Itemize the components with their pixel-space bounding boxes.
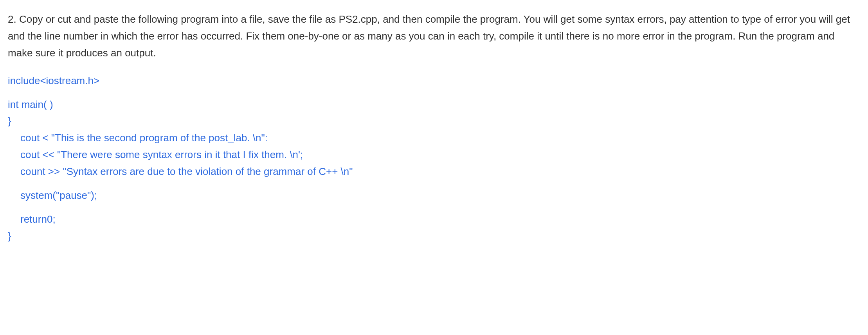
instruction-paragraph: 2. Copy or cut and paste the following p… <box>8 11 860 61</box>
code-block: include<iostream.h> int main( ) } cout <… <box>8 72 860 245</box>
code-line-cout2: cout << "There were some syntax errors i… <box>8 146 860 163</box>
code-line-return: return0; <box>8 211 860 228</box>
code-line-count: count >> "Syntax errors are due to the v… <box>8 163 860 180</box>
code-line-brace-open: } <box>8 113 860 130</box>
code-line-cout1: cout < "This is the second program of th… <box>8 130 860 146</box>
code-line-include: include<iostream.h> <box>8 72 860 89</box>
code-line-system: system("pause"); <box>8 187 860 204</box>
code-line-brace-close: } <box>8 228 860 245</box>
code-line-main: int main( ) <box>8 96 860 113</box>
